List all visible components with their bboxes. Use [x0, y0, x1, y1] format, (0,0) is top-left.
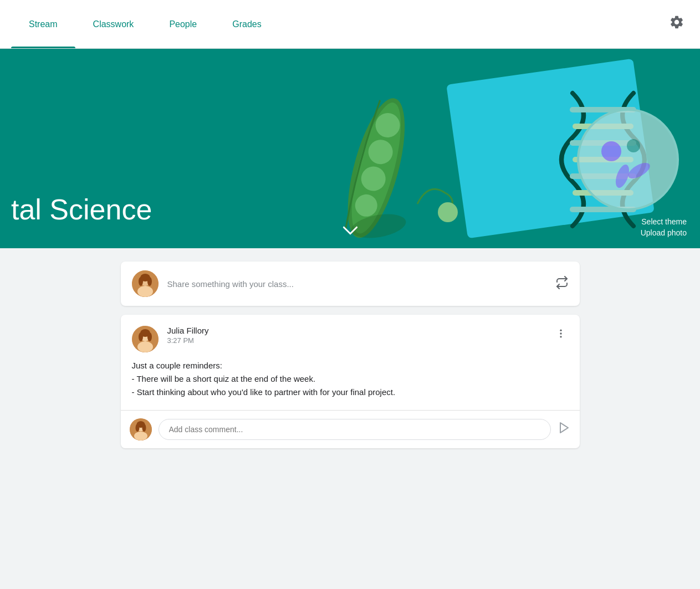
post-author-info: Julia Fillory 3:27 PM	[167, 326, 544, 345]
banner-actions: Select theme Upload photo	[641, 217, 687, 237]
svg-marker-44	[560, 423, 568, 433]
svg-point-24	[137, 286, 153, 297]
svg-point-42	[135, 424, 139, 432]
tab-grades[interactable]: Grades	[214, 0, 279, 48]
select-theme-button[interactable]: Select theme	[641, 217, 687, 226]
share-box[interactable]: Share something with your class...	[121, 262, 580, 306]
chevron-down-icon[interactable]	[343, 225, 358, 239]
tab-people[interactable]: People	[151, 0, 214, 48]
post-text-line2: - There will be a short quiz at the end …	[132, 372, 569, 386]
svg-point-33	[139, 332, 143, 341]
post-card: Julia Fillory 3:27 PM Just a couple remi…	[121, 315, 580, 448]
post-author-avatar	[132, 326, 159, 352]
upload-photo-button[interactable]: Upload photo	[641, 228, 687, 237]
nav-bar: Stream Classwork People Grades	[0, 0, 700, 49]
share-placeholder: Share something with your class...	[167, 279, 546, 289]
post-body: Just a couple reminders: - There will be…	[121, 359, 580, 410]
svg-point-37	[560, 336, 561, 337]
svg-point-20	[438, 202, 458, 222]
nav-tabs: Stream Classwork People Grades	[11, 0, 279, 48]
svg-point-36	[560, 332, 561, 334]
svg-point-34	[147, 332, 152, 341]
svg-point-40	[134, 432, 147, 441]
main-content: Share something with your class...	[112, 248, 589, 462]
post-text-line1: Just a couple reminders:	[132, 359, 569, 372]
svg-point-35	[560, 330, 561, 331]
class-title: tal Science	[11, 193, 152, 226]
class-banner: tal Science Select theme Upload photo	[0, 49, 700, 248]
svg-point-13	[627, 139, 640, 152]
svg-point-28	[147, 277, 152, 286]
svg-point-27	[139, 277, 143, 286]
svg-point-10	[601, 141, 621, 161]
repost-icon	[555, 276, 569, 292]
post-text-line3: - Start thinking about who you'd like to…	[132, 386, 569, 399]
comment-area	[121, 411, 580, 448]
tab-classwork[interactable]: Classwork	[75, 0, 152, 48]
post-time: 3:27 PM	[167, 336, 544, 345]
tab-stream[interactable]: Stream	[11, 0, 75, 48]
send-icon[interactable]	[558, 421, 571, 438]
comment-input[interactable]	[159, 419, 551, 440]
post-author-name: Julia Fillory	[167, 326, 544, 335]
comment-avatar	[130, 418, 152, 441]
svg-point-31	[137, 341, 153, 352]
post-header: Julia Fillory 3:27 PM	[121, 315, 580, 359]
svg-point-43	[142, 424, 146, 432]
user-avatar	[132, 270, 159, 297]
gear-icon[interactable]	[665, 10, 689, 38]
more-options-icon[interactable]	[553, 326, 569, 344]
